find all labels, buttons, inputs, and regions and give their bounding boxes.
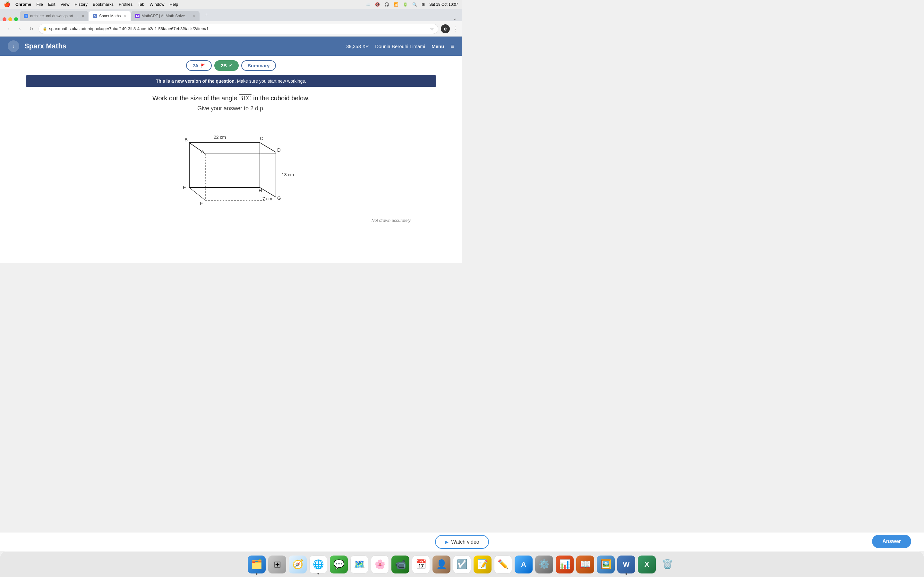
mute-icon: 🔇 [375, 2, 380, 7]
question-area: Work out the size of the angle BEC in th… [0, 89, 462, 117]
menubar-help[interactable]: Help [170, 2, 178, 7]
tab-sparx[interactable]: S Sparx Maths ✕ [89, 11, 131, 21]
sparx-header: ‹ Sparx Maths 39,353 XP Dounia Berouhi L… [0, 37, 462, 56]
label-D-right: D [277, 147, 281, 153]
dim-13cm: 13 cm [282, 172, 294, 177]
apple-menu[interactable]: 🍎 [4, 1, 10, 7]
menubar-tab[interactable]: Tab [137, 2, 144, 7]
svg-line-9 [260, 187, 276, 197]
dim-22cm: 22 cm [214, 135, 226, 140]
check-icon: ✓ [229, 63, 232, 68]
flag-icon: 🚩 [200, 63, 205, 68]
back-button[interactable]: ‹ [4, 24, 13, 33]
forward-button[interactable]: › [15, 24, 24, 33]
tab2-favicon: S [93, 14, 97, 18]
user-name-display: Dounia Berouhi Limami [375, 44, 425, 49]
page-content: ‹ Sparx Maths 39,353 XP Dounia Berouhi L… [0, 37, 462, 263]
label-C: C [260, 135, 263, 141]
sparx-back-button[interactable]: ‹ [8, 40, 19, 52]
menubar-file[interactable]: File [36, 2, 43, 7]
label-B: B [184, 137, 188, 142]
tab1-favicon: G [24, 14, 28, 18]
headphone-icon: 🎧 [384, 2, 389, 7]
task-2a-button[interactable]: 2A 🚩 [186, 60, 212, 71]
menubar-chrome[interactable]: Chrome [15, 2, 31, 7]
browser: G architectural drawings art - C... ✕ S … [0, 9, 462, 263]
search-icon[interactable]: 🔍 [412, 2, 417, 7]
banner-bold: This is a new version of the question. [156, 79, 236, 84]
tab-list-button[interactable]: ⌄ [453, 15, 457, 21]
svg-line-4 [260, 143, 276, 152]
question-line1: Work out the size of the angle BEC in th… [26, 95, 436, 102]
menu-button[interactable]: Menu [431, 44, 444, 49]
task-2a-label: 2A [192, 63, 199, 68]
task-summary-label: Summary [248, 63, 270, 68]
tab3-label: MathGPT | AI Math Solver & C... [142, 14, 190, 18]
question-post: in the cuboid below. [252, 95, 310, 102]
menubar-edit[interactable]: Edit [48, 2, 55, 7]
address-bar: ‹ › ↻ 🔒 sparxmaths.uk/student/package/7a… [0, 21, 462, 37]
menubar-bookmarks[interactable]: Bookmarks [93, 2, 113, 7]
menubar-history[interactable]: History [74, 2, 87, 7]
clock: Sat 19 Oct 10:07 [429, 2, 458, 7]
tab1-label: architectural drawings art - C... [30, 14, 78, 18]
svg-line-12 [189, 187, 205, 200]
new-version-banner: This is a new version of the question. M… [26, 75, 436, 87]
url-text: sparxmaths.uk/student/package/7abaf149-3… [49, 26, 428, 31]
task-navigation: 2A 🚩 2B ✓ Summary [0, 56, 462, 73]
close-window-button[interactable] [3, 17, 6, 21]
sparx-header-right: 39,353 XP Dounia Berouhi Limami Menu ≡ [346, 43, 454, 50]
angle-label: BEC [239, 95, 252, 102]
cloud-icon: ☁️ [366, 2, 371, 7]
xp-display: 39,353 XP [346, 44, 368, 49]
tab-bar: G architectural drawings art - C... ✕ S … [0, 9, 462, 21]
bookmark-icon[interactable]: ☆ [430, 26, 434, 31]
label-E: E [183, 185, 186, 190]
sparx-logo-title: Sparx Maths [24, 42, 66, 50]
menubar: 🍎 Chrome File Edit View History Bookmark… [0, 0, 462, 9]
diagram-area: 22 cm 13 cm 7 cm B C D A E F G H Not dra… [0, 117, 462, 226]
not-drawn-note: Not drawn accurately [372, 218, 411, 223]
tab3-favicon: M [135, 14, 140, 18]
control-icon[interactable]: ⊞ [422, 2, 425, 7]
traffic-lights [3, 17, 18, 21]
reload-button[interactable]: ↻ [27, 24, 36, 33]
tab-mathgpt[interactable]: M MathGPT | AI Math Solver & C... ✕ [131, 11, 200, 21]
banner-rest: Make sure you start new workings. [237, 79, 306, 84]
maximize-window-button[interactable] [14, 17, 18, 21]
dim-7cm: 7 cm [262, 196, 272, 201]
security-icon: 🔒 [43, 27, 47, 31]
label-F: F [200, 201, 203, 206]
task-2b-label: 2B [221, 63, 227, 68]
label-G: G [277, 195, 281, 201]
tab2-close-button[interactable]: ✕ [124, 14, 127, 18]
battery-icon: 🔋 [403, 2, 408, 7]
menubar-profiles[interactable]: Profiles [119, 2, 132, 7]
wifi-icon: 📶 [394, 2, 399, 7]
hamburger-icon[interactable]: ≡ [451, 43, 454, 50]
question-line2: Give your answer to 2 d.p. [26, 105, 436, 112]
menubar-view[interactable]: View [60, 2, 69, 7]
tab1-close-button[interactable]: ✕ [81, 14, 84, 18]
menubar-right: ☁️ 🔇 🎧 📶 🔋 🔍 ⊞ Sat 19 Oct 10:07 [366, 2, 458, 7]
tab3-close-button[interactable]: ✕ [193, 14, 196, 18]
cuboid-diagram: 22 cm 13 cm 7 cm B C D A E F G H [164, 120, 298, 223]
minimize-window-button[interactable] [8, 17, 12, 21]
browser-menu-button[interactable]: ⋮ [452, 25, 458, 32]
label-H: H [258, 188, 262, 193]
task-summary-button[interactable]: Summary [241, 60, 276, 71]
tab-architectural[interactable]: G architectural drawings art - C... ✕ [20, 11, 88, 21]
question-pre: Work out the size of the angle [152, 95, 239, 102]
menubar-window[interactable]: Window [150, 2, 164, 7]
label-A: A [201, 148, 204, 154]
new-tab-button[interactable]: + [202, 11, 210, 19]
profile-avatar[interactable]: ◐ [441, 24, 450, 33]
address-input[interactable]: 🔒 sparxmaths.uk/student/package/7abaf149… [39, 24, 438, 34]
task-2b-button[interactable]: 2B ✓ [214, 60, 239, 71]
tab2-label: Sparx Maths [99, 14, 121, 18]
